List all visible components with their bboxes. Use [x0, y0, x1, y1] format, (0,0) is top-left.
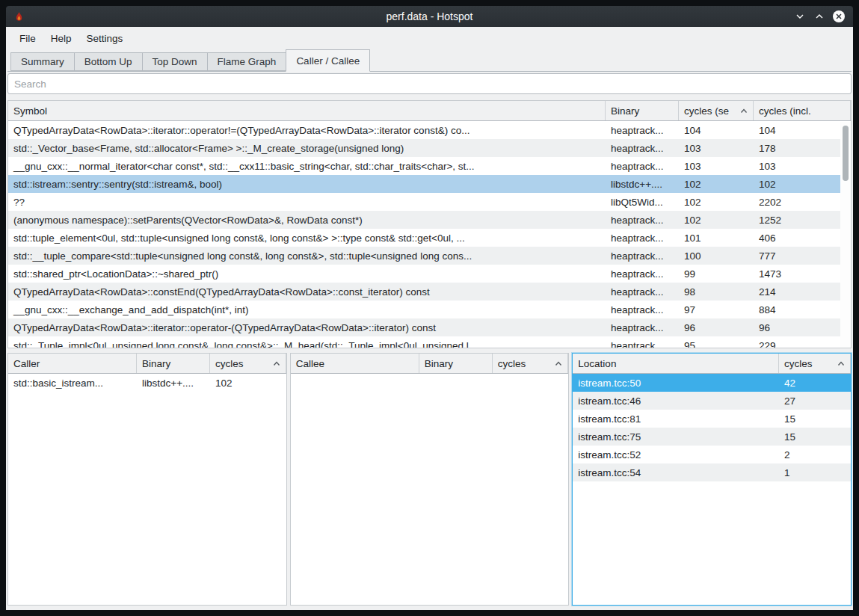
table-cell: libstdc++.... — [606, 179, 679, 190]
column-label: Binary — [425, 358, 453, 369]
locations-row[interactable]: istream.tcc:7515 — [573, 428, 851, 446]
window-content: File Help Settings Summary Bottom Up Top… — [6, 27, 853, 610]
column-label: Symbol — [13, 105, 47, 117]
window-frame: perf.data - Hotspot File Help Settings — [0, 0, 859, 616]
column-header-binary[interactable]: Binary — [606, 101, 679, 120]
column-header-binary[interactable]: Binary — [137, 354, 210, 373]
column-header-location[interactable]: Location — [573, 354, 779, 373]
symbols-row[interactable]: std::_Tuple_impl<0ul, unsigned long cons… — [8, 336, 851, 348]
table-cell: 102 — [210, 378, 286, 389]
tab-bottom-up[interactable]: Bottom Up — [74, 52, 142, 71]
symbols-row[interactable]: QTypedArrayData<RowData>::iterator::oper… — [8, 121, 851, 139]
table-cell: 102 — [754, 179, 851, 190]
table-cell: __gnu_cxx::__normal_iterator<char const*… — [8, 161, 606, 172]
maximize-button[interactable] — [813, 10, 826, 23]
table-cell: std::shared_ptr<LocationData>::~shared_p… — [8, 268, 606, 280]
table-cell: heaptrack... — [606, 232, 679, 244]
table-cell: QTypedArrayData<RowData>::iterator::oper… — [8, 322, 606, 333]
column-header-symbol[interactable]: Symbol — [8, 101, 606, 120]
symbols-row[interactable]: std::_Vector_base<Frame, std::allocator<… — [8, 139, 851, 157]
table-cell: __gnu_cxx::__exchange_and_add_dispatch(i… — [8, 304, 606, 315]
column-label: cycles — [215, 358, 244, 369]
symbols-row[interactable]: std::tuple_element<0ul, std::tuple<unsig… — [8, 229, 851, 247]
symbols-row[interactable]: std::__tuple_compare<std::tuple<unsigned… — [8, 247, 851, 265]
table-cell: 42 — [779, 378, 851, 389]
symbols-row[interactable]: std::shared_ptr<LocationData>::~shared_p… — [8, 265, 851, 283]
table-cell: std::tuple_element<0ul, std::tuple<unsig… — [8, 232, 606, 244]
table-cell: istream.tcc:75 — [573, 431, 779, 443]
tab-caller-callee[interactable]: Caller / Callee — [286, 49, 370, 72]
tab-summary[interactable]: Summary — [10, 52, 74, 71]
column-header-binary[interactable]: Binary — [419, 354, 493, 373]
table-cell: 104 — [754, 125, 851, 136]
table-cell: QTypedArrayData<RowData>::iterator::oper… — [8, 125, 606, 136]
symbols-table: Symbol Binary cycles (se cycles (incl. Q… — [7, 100, 852, 348]
callees-table-header: Callee Binary cycles — [291, 354, 569, 374]
locations-row[interactable]: istream.tcc:4627 — [573, 392, 851, 410]
symbols-row[interactable]: QTypedArrayData<RowData>::iterator::oper… — [8, 318, 851, 336]
locations-table: Location cycles istream.tcc:5042istream.… — [572, 353, 852, 606]
column-header-cycles-incl[interactable]: cycles (incl. — [754, 101, 851, 120]
table-cell: std::_Vector_base<Frame, std::allocator<… — [8, 143, 606, 154]
symbols-row[interactable]: __gnu_cxx::__normal_iterator<char const*… — [8, 157, 851, 175]
table-cell: 96 — [679, 322, 754, 333]
window-title: perf.data - Hotspot — [6, 10, 853, 22]
locations-row[interactable]: istream.tcc:5042 — [573, 374, 851, 392]
table-cell: 103 — [754, 161, 851, 172]
column-header-cycles-self[interactable]: cycles (se — [679, 101, 754, 120]
sort-ascending-icon — [555, 361, 562, 366]
table-cell: 178 — [754, 143, 851, 154]
table-cell: heaptrack... — [606, 161, 679, 172]
table-cell: (anonymous namespace)::setParents(QVecto… — [8, 215, 606, 226]
caller-callee-panes: Caller Binary cycles std::basic_istream.… — [7, 353, 852, 606]
table-cell: 229 — [754, 340, 851, 348]
table-cell: 104 — [679, 125, 754, 136]
table-cell: 1473 — [754, 268, 851, 280]
table-cell: 27 — [779, 395, 851, 407]
table-cell: 777 — [754, 250, 851, 262]
column-header-caller[interactable]: Caller — [8, 354, 137, 373]
menu-item-help[interactable]: Help — [43, 30, 79, 47]
table-cell: 1252 — [754, 215, 851, 226]
symbols-row[interactable]: QTypedArrayData<RowData>::constEnd(QType… — [8, 283, 851, 301]
column-header-callee[interactable]: Callee — [291, 354, 419, 373]
symbols-row[interactable]: std::istream::sentry::sentry(std::istrea… — [8, 175, 851, 193]
table-cell: 2 — [779, 449, 851, 461]
table-cell: libstdc++.... — [137, 378, 210, 389]
close-button[interactable] — [832, 10, 846, 23]
table-cell: 102 — [679, 215, 754, 226]
table-cell: istream.tcc:54 — [573, 467, 779, 478]
tab-flame-graph[interactable]: Flame Graph — [207, 52, 286, 71]
symbols-table-body: QTypedArrayData<RowData>::iterator::oper… — [8, 121, 851, 348]
column-label: cycles (se — [684, 105, 729, 117]
titlebar[interactable]: perf.data - Hotspot — [6, 6, 853, 27]
table-cell: istream.tcc:46 — [573, 395, 779, 407]
vertical-scrollbar[interactable] — [840, 122, 851, 348]
table-cell: 103 — [679, 161, 754, 172]
column-label: Callee — [296, 358, 324, 369]
chevron-down-icon — [793, 10, 807, 23]
column-header-cycles[interactable]: cycles — [779, 354, 851, 373]
symbols-row[interactable]: __gnu_cxx::__exchange_and_add_dispatch(i… — [8, 301, 851, 318]
menu-item-file[interactable]: File — [12, 30, 43, 47]
menu-item-settings[interactable]: Settings — [79, 30, 131, 47]
table-cell: 406 — [754, 232, 851, 244]
column-header-cycles[interactable]: cycles — [493, 354, 569, 373]
locations-row[interactable]: istream.tcc:8115 — [573, 410, 851, 428]
column-label: cycles — [784, 358, 813, 369]
symbols-row[interactable]: (anonymous namespace)::setParents(QVecto… — [8, 211, 851, 229]
callers-table-header: Caller Binary cycles — [8, 354, 286, 374]
callers-row[interactable]: std::basic_istream...libstdc++....102 — [8, 374, 286, 392]
locations-row[interactable]: istream.tcc:522 — [573, 446, 851, 463]
sort-ascending-icon — [273, 361, 280, 366]
locations-row[interactable]: istream.tcc:541 — [573, 463, 851, 481]
table-cell: heaptrack... — [606, 268, 679, 280]
tab-top-down[interactable]: Top Down — [142, 52, 207, 71]
symbols-row[interactable]: ??libQt5Wid...1022202 — [8, 193, 851, 211]
search-input[interactable] — [7, 73, 852, 94]
column-label: Location — [578, 358, 616, 369]
scrollbar-thumb[interactable] — [843, 126, 849, 181]
table-cell: libQt5Wid... — [606, 197, 679, 208]
minimize-button[interactable] — [793, 10, 807, 23]
column-header-cycles[interactable]: cycles — [210, 354, 286, 373]
